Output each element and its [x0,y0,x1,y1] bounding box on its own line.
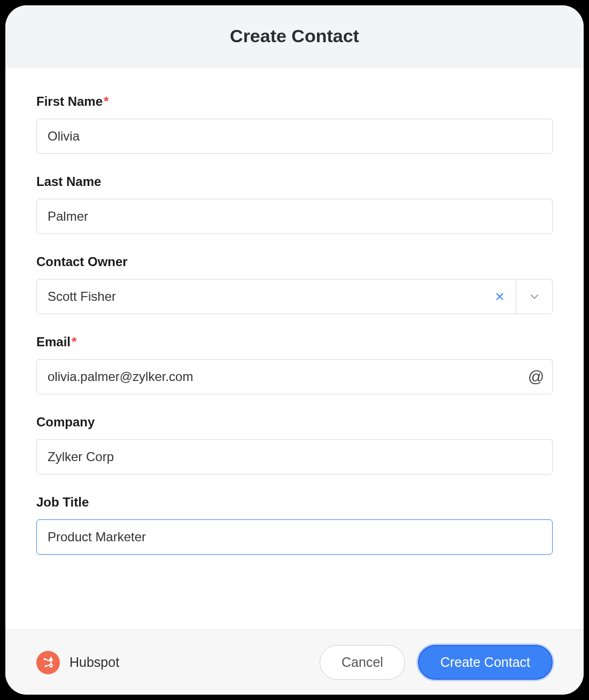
email-input[interactable] [37,360,520,394]
last-name-input[interactable] [36,199,553,234]
job-title-group: Job Title [36,495,553,555]
clear-selection-button[interactable] [484,279,516,314]
contact-owner-select[interactable]: Scott Fisher [36,279,553,314]
create-contact-modal: Create Contact First Name* Last Name Con… [5,5,584,695]
first-name-input[interactable] [36,119,553,154]
required-indicator: * [72,335,76,349]
last-name-group: Last Name [36,174,553,234]
email-label: Email* [36,335,553,349]
contact-owner-value: Scott Fisher [37,279,484,314]
modal-footer: Hubspot Cancel Create Contact [5,629,584,695]
chevron-down-icon [529,291,540,302]
integration-indicator: Hubspot [36,651,119,674]
contact-owner-label: Contact Owner [36,254,553,269]
footer-actions: Cancel Create Contact [320,645,553,680]
close-icon [494,291,505,302]
hubspot-logo-icon [36,651,60,674]
company-input[interactable] [36,439,553,475]
create-contact-button[interactable]: Create Contact [418,645,553,680]
modal-title: Create Contact [16,26,573,46]
at-icon: @ [520,368,552,386]
last-name-label: Last Name [36,174,553,189]
first-name-group: First Name* [36,94,553,154]
job-title-input[interactable] [36,519,553,555]
contact-owner-group: Contact Owner Scott Fisher [36,254,553,314]
modal-header: Create Contact [5,5,584,67]
first-name-label: First Name* [36,94,553,109]
company-group: Company [36,415,553,475]
dropdown-toggle[interactable] [516,279,552,314]
email-input-wrapper: @ [36,359,553,394]
job-title-label: Job Title [36,495,553,510]
form-body: First Name* Last Name Contact Owner Scot… [5,67,584,629]
cancel-button[interactable]: Cancel [320,645,405,680]
company-label: Company [36,415,553,430]
svg-line-6 [45,659,50,660]
svg-point-5 [50,664,52,667]
required-indicator: * [104,94,108,108]
email-group: Email* @ [36,335,553,394]
integration-name: Hubspot [69,655,119,670]
